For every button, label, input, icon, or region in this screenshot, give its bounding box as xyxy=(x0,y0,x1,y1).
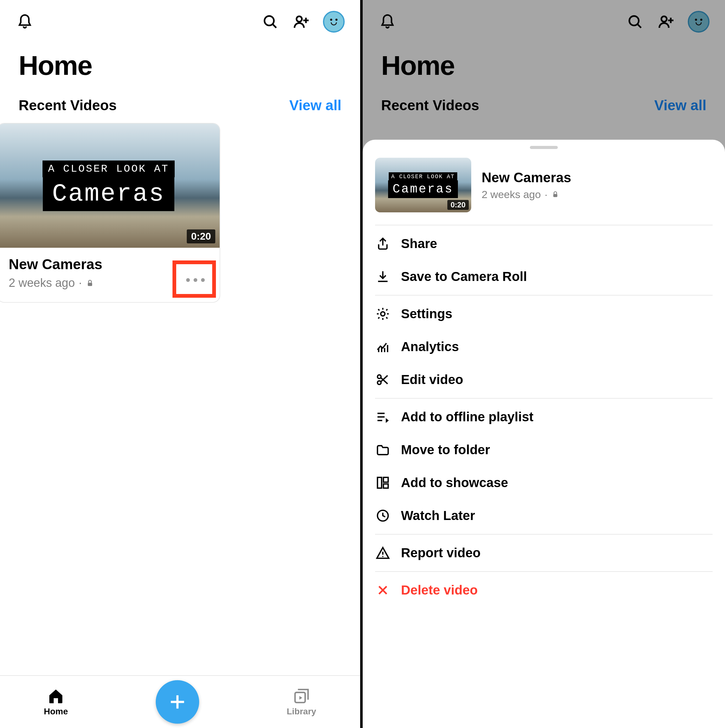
svg-point-16 xyxy=(381,312,385,316)
sheet-header: A CLOSER LOOK AT Cameras 0:20 New Camera… xyxy=(363,158,725,223)
lock-icon xyxy=(85,279,94,288)
svg-rect-29 xyxy=(383,477,388,482)
search-icon xyxy=(626,12,644,31)
recent-videos-title: Recent Videos xyxy=(18,97,117,114)
add-person-icon xyxy=(657,12,675,31)
notifications-icon[interactable] xyxy=(15,12,34,31)
sheet-subtitle: 2 weeks ago · xyxy=(482,188,571,200)
section-header-bg: Recent Videos View all xyxy=(363,91,725,123)
thumb-overlay-text: A CLOSER LOOK AT Cameras xyxy=(43,161,175,211)
menu-settings[interactable]: Settings xyxy=(363,297,725,330)
svg-point-0 xyxy=(264,16,274,26)
home-icon xyxy=(47,687,64,705)
video-thumb-cameras[interactable]: A CLOSER LOOK AT Cameras 0:20 xyxy=(0,124,220,248)
add-person-icon[interactable] xyxy=(292,12,311,31)
video-list: NEW Coffee time! 2:46 ! A CLOSER LOOK AT… xyxy=(0,123,360,303)
bottom-nav: Home Library xyxy=(0,675,360,728)
close-icon xyxy=(375,583,391,598)
svg-rect-14 xyxy=(553,194,557,197)
plus-icon xyxy=(168,692,188,712)
lock-icon xyxy=(551,190,559,198)
download-icon xyxy=(375,269,391,284)
nav-library[interactable]: Library xyxy=(287,687,316,717)
svg-point-33 xyxy=(382,556,383,557)
menu-share[interactable]: Share xyxy=(363,227,725,260)
video-subtitle: 2 weeks ago · xyxy=(9,276,209,290)
menu-save-camera-roll[interactable]: Save to Camera Roll xyxy=(363,260,725,293)
video-card-cameras[interactable]: A CLOSER LOOK AT Cameras 0:20 New Camera… xyxy=(0,123,220,303)
analytics-icon xyxy=(375,339,391,355)
svg-point-11 xyxy=(661,17,667,22)
svg-rect-30 xyxy=(383,484,388,488)
menu-offline-playlist[interactable]: Add to offline playlist xyxy=(363,401,725,433)
pane-sheet: Home Recent Videos View all A CLOSER LOO… xyxy=(363,0,725,728)
nav-home-label: Home xyxy=(44,707,68,717)
clock-icon xyxy=(375,508,391,523)
playlist-add-icon xyxy=(375,409,391,425)
scissors-icon xyxy=(375,372,391,387)
svg-rect-28 xyxy=(377,477,381,488)
pane-home: Home Recent Videos View all NEW Coffee t… xyxy=(0,0,363,728)
add-button[interactable] xyxy=(156,680,199,723)
top-bar-bg xyxy=(363,0,725,43)
sheet-handle[interactable] xyxy=(530,146,558,149)
notifications-icon xyxy=(378,12,397,31)
nav-library-label: Library xyxy=(287,707,316,717)
top-bar xyxy=(0,0,360,43)
svg-line-1 xyxy=(273,24,276,28)
search-icon[interactable] xyxy=(261,12,279,31)
warning-icon xyxy=(375,545,391,561)
showcase-icon xyxy=(375,475,391,491)
svg-rect-5 xyxy=(88,283,92,286)
folder-icon xyxy=(375,442,391,457)
action-sheet: A CLOSER LOOK AT Cameras 0:20 New Camera… xyxy=(363,140,725,728)
menu-delete[interactable]: Delete video xyxy=(363,574,725,607)
sheet-title: New Cameras xyxy=(482,170,571,185)
avatar xyxy=(688,11,710,33)
menu-add-showcase[interactable]: Add to showcase xyxy=(363,466,725,499)
duration-badge: 0:20 xyxy=(187,229,215,243)
menu-watch-later[interactable]: Watch Later xyxy=(363,499,725,532)
menu-edit-video[interactable]: Edit video xyxy=(363,363,725,396)
gear-icon xyxy=(375,306,391,322)
menu-move-folder[interactable]: Move to folder xyxy=(363,433,725,466)
menu-report[interactable]: Report video xyxy=(363,537,725,569)
avatar[interactable] xyxy=(323,11,345,33)
svg-point-2 xyxy=(296,17,302,22)
menu-analytics[interactable]: Analytics xyxy=(363,330,725,363)
svg-line-10 xyxy=(638,24,641,28)
share-icon xyxy=(375,236,391,251)
section-header: Recent Videos View all xyxy=(0,91,360,123)
library-icon xyxy=(293,687,310,705)
view-all-link[interactable]: View all xyxy=(290,97,342,114)
more-icon[interactable] xyxy=(180,269,210,291)
svg-point-9 xyxy=(629,16,639,26)
nav-home[interactable]: Home xyxy=(44,687,68,717)
video-title: New Cameras xyxy=(9,256,209,272)
page-title-bg: Home xyxy=(363,43,725,91)
page-title: Home xyxy=(0,43,360,91)
sheet-thumbnail: A CLOSER LOOK AT Cameras 0:20 xyxy=(375,158,471,213)
